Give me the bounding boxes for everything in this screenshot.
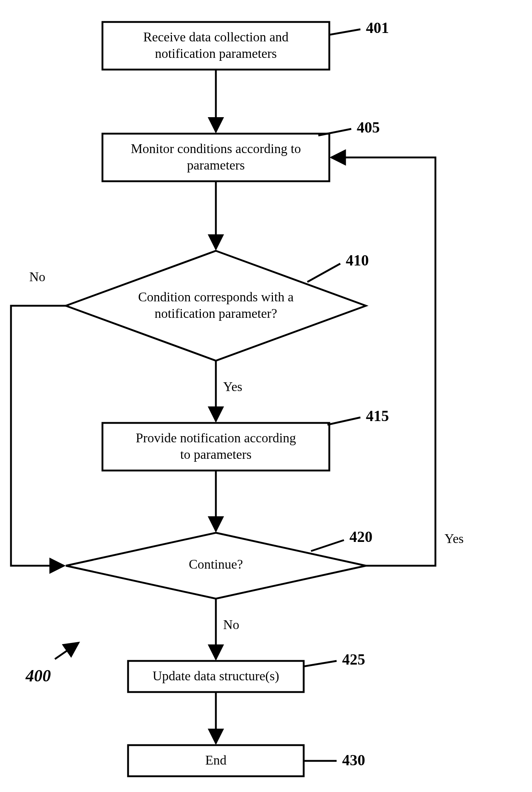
label-yes-420: Yes xyxy=(445,531,464,546)
flowchart: Receive data collection and notification… xyxy=(0,0,532,792)
node-415-line1: Provide notification according xyxy=(136,431,296,445)
node-410: Condition corresponds with a notificatio… xyxy=(66,251,366,361)
node-425-line1: Update data structure(s) xyxy=(153,669,279,683)
figure-ref-label: 400 xyxy=(25,666,51,685)
svg-rect-1 xyxy=(102,134,329,181)
node-405-line2: parameters xyxy=(187,158,245,172)
edge-410-no xyxy=(11,306,66,566)
leader-420 xyxy=(311,540,344,551)
svg-rect-3 xyxy=(102,423,329,471)
node-425: Update data structure(s) xyxy=(128,661,304,692)
svg-rect-0 xyxy=(102,22,329,70)
ref-420: 420 xyxy=(349,528,372,545)
label-no-420: No xyxy=(223,617,239,632)
node-405-line1: Monitor conditions according to xyxy=(131,141,301,156)
node-420-line1: Continue? xyxy=(189,557,243,572)
ref-405: 405 xyxy=(357,119,380,136)
node-410-line2: notification parameter? xyxy=(155,306,277,321)
label-no-410: No xyxy=(29,269,45,284)
node-415: Provide notification according to parame… xyxy=(102,423,329,471)
svg-marker-2 xyxy=(66,251,366,361)
node-420: Continue? xyxy=(66,533,366,599)
label-yes-410: Yes xyxy=(223,379,242,394)
node-405: Monitor conditions according to paramete… xyxy=(102,134,329,181)
node-401-line2: notification parameters xyxy=(155,46,277,61)
leader-401 xyxy=(329,29,360,35)
ref-425: 425 xyxy=(342,651,365,668)
leader-415 xyxy=(327,417,360,425)
leader-425 xyxy=(304,661,337,666)
edge-420-yes xyxy=(331,157,435,566)
leader-410 xyxy=(307,264,340,282)
ref-430: 430 xyxy=(342,752,365,769)
ref-401: 401 xyxy=(366,19,389,36)
node-401-line1: Receive data collection and xyxy=(143,30,289,44)
leader-405 xyxy=(318,129,351,135)
node-410-line1: Condition corresponds with a xyxy=(138,290,294,304)
node-401: Receive data collection and notification… xyxy=(102,22,329,70)
figure-ref: 400 xyxy=(25,643,79,685)
node-430-line1: End xyxy=(205,753,226,767)
ref-410: 410 xyxy=(346,252,369,269)
node-415-line2: to parameters xyxy=(180,447,252,462)
ref-415: 415 xyxy=(366,408,389,424)
node-430: End xyxy=(128,745,304,776)
